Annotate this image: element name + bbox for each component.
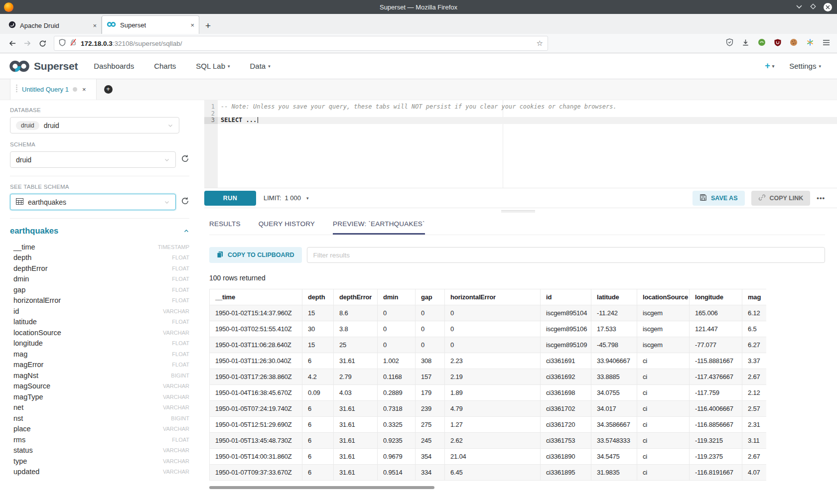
database-select[interactable]: druid druid <box>10 117 179 133</box>
column-header[interactable]: latitude <box>591 289 637 305</box>
query-tab-untitled[interactable]: Untitled Query 1 × <box>10 79 97 100</box>
editor-line <box>218 111 837 118</box>
browser-tab-superset[interactable]: Superset × <box>102 15 199 34</box>
table-cell: ci <box>637 465 690 481</box>
brand-name: Superset <box>34 60 78 72</box>
schema-column-row: locationSource VARCHAR <box>10 327 189 338</box>
sql-editor[interactable]: 123 -- Note: Unless you save your query,… <box>204 100 837 188</box>
column-header[interactable]: locationSource <box>637 289 690 305</box>
column-type: VARCHAR <box>163 394 189 400</box>
tab-results[interactable]: RESULTS <box>209 220 241 235</box>
table-cell: 0 <box>378 305 416 321</box>
ublock-shield-icon[interactable] <box>774 39 781 48</box>
protections-shield-icon[interactable] <box>726 38 733 48</box>
nav-item-sql-lab[interactable]: SQL Lab▾ <box>196 62 230 70</box>
table-cell: -45.798 <box>591 337 637 353</box>
table-cell: 0.7318 <box>378 401 416 417</box>
column-header[interactable]: horizontalError <box>445 289 541 305</box>
column-header[interactable]: id <box>541 289 591 305</box>
table-cell: -119.3215 <box>690 433 742 449</box>
table-cell: 1.002 <box>378 353 416 369</box>
window-minimize-icon[interactable] <box>796 2 803 11</box>
tab-close-icon[interactable]: × <box>190 21 194 29</box>
tab-close-icon[interactable]: × <box>93 22 97 29</box>
run-button[interactable]: RUN <box>204 191 256 206</box>
pane-resize-handle[interactable] <box>199 208 837 214</box>
forward-button-icon[interactable] <box>20 39 35 47</box>
superset-logo[interactable]: Superset <box>9 60 78 73</box>
column-name: status <box>13 446 33 454</box>
nav-item-dashboards[interactable]: Dashboards <box>94 62 134 70</box>
column-header[interactable]: __time <box>210 289 302 305</box>
column-header[interactable]: dmin <box>378 289 416 305</box>
settings-menu[interactable]: Settings▾ <box>789 62 821 70</box>
table-cell: 0 <box>445 337 541 353</box>
column-header[interactable]: longitude <box>690 289 742 305</box>
schema-value: druid <box>16 156 31 164</box>
table-row: 1950-01-03T17:26:38.860Z4.22.790.1168157… <box>210 369 767 385</box>
tracking-shield-icon[interactable] <box>59 39 66 48</box>
nav-item-data[interactable]: Data▾ <box>250 62 271 70</box>
column-header[interactable]: mag <box>742 289 767 305</box>
browser-tab-label: Apache Druid <box>20 22 59 29</box>
chevron-down-icon: ▾ <box>306 196 309 201</box>
new-item-button[interactable]: +▾ <box>765 61 774 71</box>
copy-to-clipboard-button[interactable]: COPY TO CLIPBOARD <box>209 247 302 263</box>
filter-results-input[interactable] <box>307 247 825 263</box>
cookie-icon[interactable] <box>790 38 798 48</box>
copy-link-button[interactable]: COPY LINK <box>751 191 811 206</box>
insecure-lock-icon[interactable] <box>70 39 77 48</box>
table-cell: 354 <box>416 449 445 465</box>
chevron-down-icon: ▾ <box>772 64 775 69</box>
table-cell: 157 <box>416 369 445 385</box>
table-cell: 6.45 <box>445 465 541 481</box>
limit-dropdown[interactable]: LIMIT: 1 000 ▾ <box>264 194 308 202</box>
add-query-tab-button[interactable]: + <box>97 79 120 100</box>
refresh-schema-icon[interactable] <box>181 154 189 165</box>
reload-button-icon[interactable] <box>35 40 50 47</box>
column-header[interactable]: depth <box>302 289 334 305</box>
back-button-icon[interactable] <box>5 39 20 47</box>
query-tab-close-icon[interactable]: × <box>82 86 86 93</box>
tab-preview-earthquakes[interactable]: PREVIEW: `EARTHQUAKES` <box>333 220 425 235</box>
column-name: id <box>13 307 19 315</box>
table-cell: 0.2889 <box>378 385 416 401</box>
nav-item-charts[interactable]: Charts <box>154 62 176 70</box>
browser-tab-apache-druid[interactable]: Apache Druid × <box>4 17 102 34</box>
table-cell: -115.8881667 <box>690 353 742 369</box>
tab-query-history[interactable]: QUERY HISTORY <box>259 220 315 235</box>
table-cell: 2.62 <box>445 433 541 449</box>
schema-column-row: latitude FLOAT <box>10 317 189 328</box>
firefox-logo-icon <box>4 2 13 12</box>
table-select[interactable]: earthquakes <box>10 194 176 210</box>
multicolor-asterisk-icon[interactable] <box>806 38 814 48</box>
column-header[interactable]: depthError <box>334 289 378 305</box>
column-name: __time <box>13 243 35 251</box>
window-titlebar: Superset — Mozilla Firefox <box>0 0 837 14</box>
more-options-button[interactable]: ••• <box>817 194 825 202</box>
window-close-icon[interactable] <box>824 3 832 11</box>
column-type: FLOAT <box>172 287 189 293</box>
table-cell: 1.89 <box>445 385 541 401</box>
table-cell: 31.61 <box>334 433 378 449</box>
collapse-chevron-up-icon[interactable] <box>183 228 189 234</box>
refresh-tables-icon[interactable] <box>181 197 189 207</box>
table-cell: ci3361702 <box>541 401 591 417</box>
column-header[interactable]: gap <box>416 289 445 305</box>
url-bar[interactable]: 172.18.0.3:32108/superset/sqllab/ ☆ <box>54 36 548 51</box>
table-cell: ci3361692 <box>541 369 591 385</box>
schema-select[interactable]: druid <box>10 151 176 168</box>
extension-green-icon[interactable] <box>758 38 766 48</box>
table-cell: 34.017 <box>591 401 637 417</box>
drag-handle-icon[interactable] <box>15 84 18 95</box>
menu-hamburger-icon[interactable] <box>823 39 830 48</box>
save-as-button[interactable]: SAVE AS <box>693 191 745 206</box>
downloads-icon[interactable] <box>742 39 749 48</box>
horizontal-scrollbar-thumb[interactable] <box>209 486 434 489</box>
sqllab-sidebar: DATABASE druid druid SCHEMA druid SEE TA… <box>0 100 199 504</box>
column-type: FLOAT <box>172 276 189 282</box>
database-value: druid <box>44 122 59 129</box>
bookmark-star-icon[interactable]: ☆ <box>537 39 543 48</box>
new-tab-button[interactable]: + <box>205 21 211 30</box>
window-maximize-icon[interactable] <box>810 2 816 11</box>
